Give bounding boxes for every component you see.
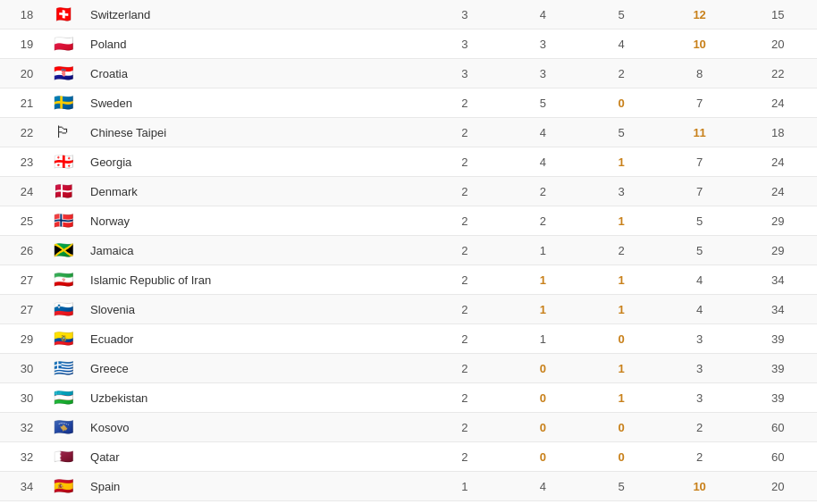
rank-cell: 22	[0, 118, 44, 147]
silver-count: 4	[504, 147, 583, 177]
bronze-count: 2	[582, 236, 661, 265]
gold-count: 2	[425, 295, 504, 324]
table-row: 19🇵🇱Poland3341020	[0, 29, 817, 59]
country-name[interactable]: Spain	[83, 472, 425, 501]
points-count: 24	[738, 147, 817, 177]
silver-count: 4	[504, 472, 583, 501]
total-count: 5	[661, 206, 739, 236]
table-row: 25🇳🇴Norway221529	[0, 206, 817, 236]
flag-cell: 🇸🇪	[44, 88, 83, 118]
country-name[interactable]: Sweden	[83, 88, 425, 118]
total-count: 11	[661, 118, 739, 147]
total-count: 4	[661, 295, 739, 324]
bronze-count: 1	[582, 265, 661, 295]
country-flag: 🇪🇨	[54, 331, 73, 347]
silver-count: 3	[504, 59, 583, 88]
table-row: 20🇭🇷Croatia332822	[0, 59, 817, 88]
table-row: 18🇨🇭Switzerland3451215	[0, 0, 817, 29]
total-count: 4	[661, 265, 739, 295]
total-count: 3	[661, 383, 739, 413]
gold-count: 2	[425, 236, 504, 265]
gold-count: 1	[425, 472, 504, 501]
bronze-count: 0	[582, 442, 661, 472]
flag-cell: 🇵🇱	[44, 29, 83, 59]
table-row: 35🇷🇴Romania130434	[0, 501, 817, 505]
total-count: 12	[661, 0, 739, 29]
points-count: 34	[738, 295, 817, 324]
country-name[interactable]: Switzerland	[83, 0, 425, 29]
points-count: 22	[738, 59, 817, 88]
country-name[interactable]: Denmark	[83, 177, 425, 206]
gold-count: 3	[425, 0, 504, 29]
gold-count: 2	[425, 354, 504, 383]
silver-count: 0	[504, 413, 583, 442]
silver-count: 1	[504, 265, 583, 295]
points-count: 39	[738, 324, 817, 354]
country-flag: 🇸🇪	[54, 95, 73, 111]
gold-count: 3	[425, 29, 504, 59]
country-name[interactable]: Romania	[83, 501, 425, 505]
flag-cell: 🇳🇴	[44, 206, 83, 236]
rank-cell: 20	[0, 59, 44, 88]
country-name[interactable]: Jamaica	[83, 236, 425, 265]
country-flag: 🇭🇷	[54, 65, 73, 81]
rank-cell: 21	[0, 88, 44, 118]
flag-cell: 🇷🇴	[44, 501, 83, 505]
country-name[interactable]: Georgia	[83, 147, 425, 177]
silver-count: 3	[504, 29, 583, 59]
rank-cell: 29	[0, 324, 44, 354]
gold-count: 2	[425, 442, 504, 472]
country-name[interactable]: Kosovo	[83, 413, 425, 442]
rank-cell: 27	[0, 265, 44, 295]
table-row: 32🇽🇰Kosovo200260	[0, 413, 817, 442]
country-name[interactable]: Norway	[83, 206, 425, 236]
total-count: 4	[661, 501, 739, 505]
country-name[interactable]: Greece	[83, 354, 425, 383]
bronze-count: 5	[582, 0, 661, 29]
points-count: 39	[738, 383, 817, 413]
points-count: 18	[738, 118, 817, 147]
bronze-count: 3	[582, 177, 661, 206]
points-count: 29	[738, 236, 817, 265]
country-flag: 🇬🇪	[54, 154, 73, 170]
bronze-count: 1	[582, 295, 661, 324]
table-row: 24🇩🇰Denmark223724	[0, 177, 817, 206]
bronze-count: 1	[582, 206, 661, 236]
country-name[interactable]: Uzbekistan	[83, 383, 425, 413]
medals-table: 18🇨🇭Switzerland345121519🇵🇱Poland33410202…	[0, 0, 817, 504]
flag-cell: 🇯🇲	[44, 236, 83, 265]
points-count: 24	[738, 88, 817, 118]
country-name[interactable]: Qatar	[83, 442, 425, 472]
silver-count: 1	[504, 236, 583, 265]
table-row: 27🇸🇮Slovenia211434	[0, 295, 817, 324]
silver-count: 4	[504, 0, 583, 29]
rank-cell: 34	[0, 472, 44, 501]
flag-cell: 🇨🇭	[44, 0, 83, 29]
country-name[interactable]: Slovenia	[83, 295, 425, 324]
country-name[interactable]: Islamic Republic of Iran	[83, 265, 425, 295]
gold-count: 2	[425, 177, 504, 206]
country-flag: 🇽🇰	[54, 419, 73, 435]
country-flag: 🇩🇰	[54, 183, 73, 199]
points-count: 20	[738, 29, 817, 59]
country-name[interactable]: Poland	[83, 29, 425, 59]
silver-count: 0	[504, 354, 583, 383]
bronze-count: 0	[582, 88, 661, 118]
silver-count: 1	[504, 295, 583, 324]
gold-count: 2	[425, 147, 504, 177]
country-flag: 🇸🇮	[54, 301, 73, 317]
total-count: 5	[661, 236, 739, 265]
flag-cell: 🇮🇷	[44, 265, 83, 295]
country-flag: 🇨🇭	[54, 6, 73, 22]
points-count: 20	[738, 472, 817, 501]
country-name[interactable]: Chinese Taipei	[83, 118, 425, 147]
country-name[interactable]: Croatia	[83, 59, 425, 88]
flag-cell: 🇽🇰	[44, 413, 83, 442]
gold-count: 2	[425, 324, 504, 354]
gold-count: 2	[425, 413, 504, 442]
silver-count: 2	[504, 177, 583, 206]
silver-count: 5	[504, 88, 583, 118]
country-name[interactable]: Ecuador	[83, 324, 425, 354]
table-row: 26🇯🇲Jamaica212529	[0, 236, 817, 265]
country-flag: 🇪🇸	[54, 478, 73, 494]
